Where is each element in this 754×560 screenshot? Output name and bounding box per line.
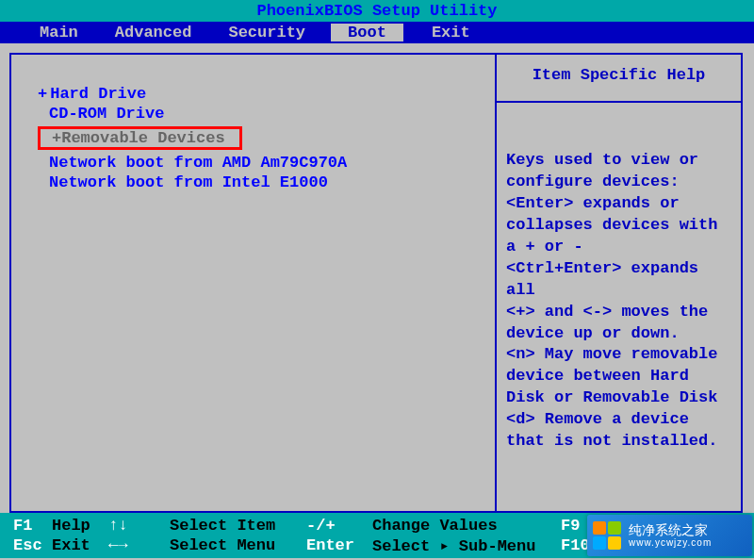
content-area: Hard Drive CD-ROM Drive +Removable Devic… xyxy=(0,43,754,513)
boot-order-panel: Hard Drive CD-ROM Drive +Removable Devic… xyxy=(9,53,495,513)
tab-exit[interactable]: Exit xyxy=(415,24,487,41)
menu-bar: Main Advanced Security Boot Exit xyxy=(0,22,754,43)
tab-advanced[interactable]: Advanced xyxy=(104,24,204,41)
label-help: Help xyxy=(52,517,108,535)
key-leftright: ←→ xyxy=(108,536,170,554)
boot-item-hard-drive[interactable]: Hard Drive xyxy=(25,85,481,103)
label-change-values: Change Values xyxy=(372,517,561,535)
help-title: Item Specific Help xyxy=(497,55,741,103)
watermark-logo-icon xyxy=(593,521,621,550)
boot-item-removable-devices[interactable]: +Removable Devices xyxy=(38,126,242,150)
label-select-submenu: Select ▸ Sub-Menu xyxy=(372,535,561,555)
boot-item-network-amd[interactable]: Network boot from AMD Am79C970A xyxy=(25,154,481,172)
tab-security[interactable]: Security xyxy=(217,24,317,41)
help-panel: Item Specific Help Keys used to view or … xyxy=(495,53,743,513)
watermark-text: 纯净系统之家 www.ycwjzy.com xyxy=(629,523,712,548)
key-updown: ↑↓ xyxy=(108,517,170,535)
key-f1: F1 xyxy=(0,517,52,535)
watermark-name: 纯净系统之家 xyxy=(629,523,712,537)
label-select-menu: Select Menu xyxy=(170,536,306,554)
boot-item-network-intel[interactable]: Network boot from Intel E1000 xyxy=(25,173,481,191)
label-exit: Exit xyxy=(52,536,108,554)
label-select-item: Select Item xyxy=(170,517,306,535)
watermark-url: www.ycwjzy.com xyxy=(629,537,712,548)
boot-item-removable-label: Removable Devices xyxy=(61,129,224,147)
watermark: 纯净系统之家 www.ycwjzy.com xyxy=(587,515,752,556)
footer-bar: F1 Help ↑↓ Select Item -/+ Change Values… xyxy=(0,513,754,558)
key-enter: Enter xyxy=(306,536,372,554)
key-plusminus: -/+ xyxy=(306,517,372,535)
boot-item-cdrom[interactable]: CD-ROM Drive xyxy=(25,105,481,123)
tab-main[interactable]: Main xyxy=(28,24,90,41)
help-text: Keys used to view or configure devices:<… xyxy=(506,150,731,453)
key-esc: Esc xyxy=(0,536,52,554)
tab-boot[interactable]: Boot xyxy=(331,24,403,41)
bios-title: PhoenixBIOS Setup Utility xyxy=(0,0,754,22)
